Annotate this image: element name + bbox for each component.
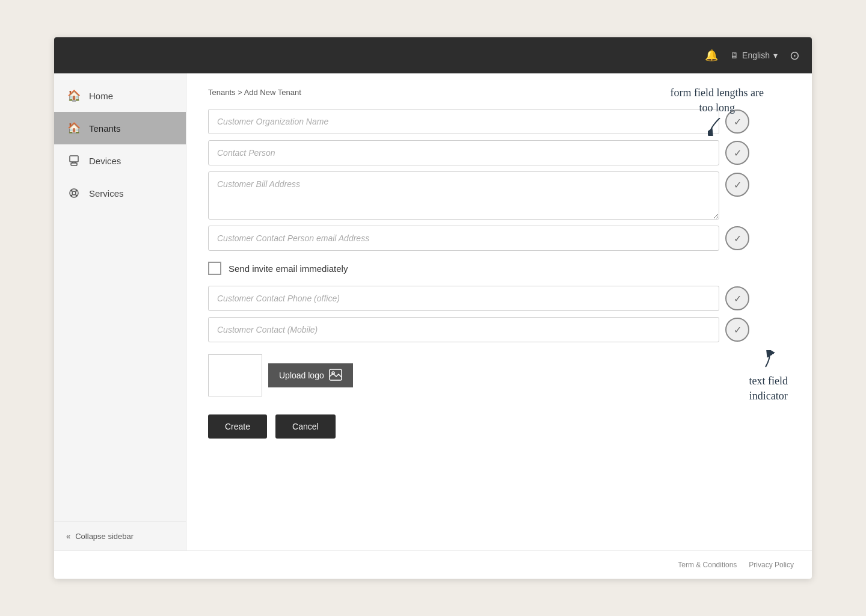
privacy-link[interactable]: Privacy Policy: [749, 561, 794, 569]
cancel-button[interactable]: Cancel: [275, 414, 336, 439]
language-flag-icon: 🖥: [730, 51, 739, 60]
contact-person-validate-button[interactable]: ✓: [725, 141, 749, 165]
svg-point-5: [72, 191, 76, 195]
sidebar-item-services[interactable]: Services: [54, 177, 186, 209]
logo-upload-area: Upload logo: [208, 354, 749, 396]
send-invite-row: Send invite email immediately: [208, 262, 749, 275]
phone-mobile-field-wrap: ✓: [208, 317, 749, 342]
phone-mobile-validate-button[interactable]: ✓: [725, 318, 749, 342]
add-tenant-form: ✓ ✓ ✓: [208, 109, 749, 439]
checkmark-icon: ✓: [734, 233, 742, 244]
sidebar-item-home[interactable]: 🏠 Home: [54, 79, 186, 112]
org-name-input[interactable]: [208, 109, 719, 134]
bill-address-input[interactable]: [208, 171, 719, 220]
sidebar-item-devices[interactable]: Devices: [54, 144, 186, 177]
phone-office-input[interactable]: [208, 286, 719, 311]
topbar: 🔔 🖥 English ▾ ⊙: [54, 37, 812, 73]
chevron-down-icon: ▾: [773, 51, 778, 60]
svg-rect-1: [71, 163, 77, 165]
logo-preview: [208, 354, 262, 396]
sidebar-item-home-label: Home: [89, 91, 113, 101]
image-upload-icon: [329, 369, 342, 383]
sidebar: 🏠 Home 🏠 Tenants: [54, 73, 186, 550]
main-layout: 🏠 Home 🏠 Tenants: [54, 73, 812, 550]
home-icon: 🏠: [66, 88, 82, 103]
collapse-sidebar-label: Collapse sidebar: [75, 532, 134, 541]
services-icon: [66, 185, 82, 201]
footer: Term & Conditions Privacy Policy: [54, 550, 812, 579]
svg-rect-0: [70, 156, 78, 162]
upload-logo-label: Upload logo: [279, 371, 324, 380]
phone-office-row: ✓: [208, 286, 749, 311]
tenants-icon: 🏠: [66, 120, 82, 136]
svg-point-6: [71, 190, 73, 192]
email-validate-button[interactable]: ✓: [725, 226, 749, 250]
checkmark-icon: ✓: [734, 293, 742, 304]
sidebar-item-tenants[interactable]: 🏠 Tenants: [54, 112, 186, 144]
bell-icon: 🔔: [705, 49, 718, 61]
language-label: English: [742, 51, 770, 60]
language-selector[interactable]: 🖥 English ▾: [730, 51, 778, 60]
phone-office-validate-button[interactable]: ✓: [725, 286, 749, 310]
sidebar-item-devices-label: Devices: [89, 156, 121, 166]
sidebar-item-services-label: Services: [89, 188, 124, 199]
contact-person-field-row: ✓: [208, 140, 749, 165]
sidebar-item-tenants-label: Tenants: [89, 123, 121, 134]
checkmark-icon: ✓: [734, 147, 742, 159]
contact-person-input[interactable]: [208, 140, 719, 165]
content-area: Tenants > Add New Tenant form field leng…: [186, 73, 812, 550]
email-field-row: ✓: [208, 226, 749, 251]
checkmark-icon: ✓: [734, 179, 742, 191]
send-invite-checkbox[interactable]: [208, 262, 221, 275]
user-icon: ⊙: [790, 49, 800, 62]
devices-icon: [66, 153, 82, 168]
sidebar-nav: 🏠 Home 🏠 Tenants: [54, 73, 186, 522]
action-buttons-row: Create Cancel: [208, 414, 749, 439]
org-name-field-row: ✓: [208, 109, 749, 134]
svg-point-9: [76, 195, 78, 197]
phone-office-field-wrap: ✓: [208, 286, 749, 311]
bill-address-validate-button[interactable]: ✓: [725, 173, 749, 197]
org-name-validate-button[interactable]: ✓: [725, 109, 749, 134]
collapse-sidebar-button[interactable]: « Collapse sidebar: [54, 522, 186, 550]
svg-point-7: [76, 190, 78, 192]
user-menu[interactable]: ⊙: [790, 48, 800, 63]
phone-mobile-input[interactable]: [208, 317, 719, 342]
checkmark-icon: ✓: [734, 116, 742, 128]
upload-logo-button[interactable]: Upload logo: [268, 363, 353, 387]
bill-address-field-row: ✓: [208, 171, 749, 220]
svg-point-8: [71, 195, 73, 197]
create-button[interactable]: Create: [208, 414, 267, 439]
collapse-icon: «: [66, 532, 70, 541]
breadcrumb: Tenants > Add New Tenant: [208, 88, 790, 97]
annotation-text-field-indicator: text fieldindicator: [749, 350, 788, 404]
email-input[interactable]: [208, 226, 719, 251]
send-invite-label: Send invite email immediately: [229, 263, 348, 274]
terms-link[interactable]: Term & Conditions: [678, 561, 737, 569]
phone-mobile-row: ✓: [208, 317, 749, 342]
notification-bell[interactable]: 🔔: [705, 49, 718, 62]
checkmark-icon: ✓: [734, 324, 742, 336]
